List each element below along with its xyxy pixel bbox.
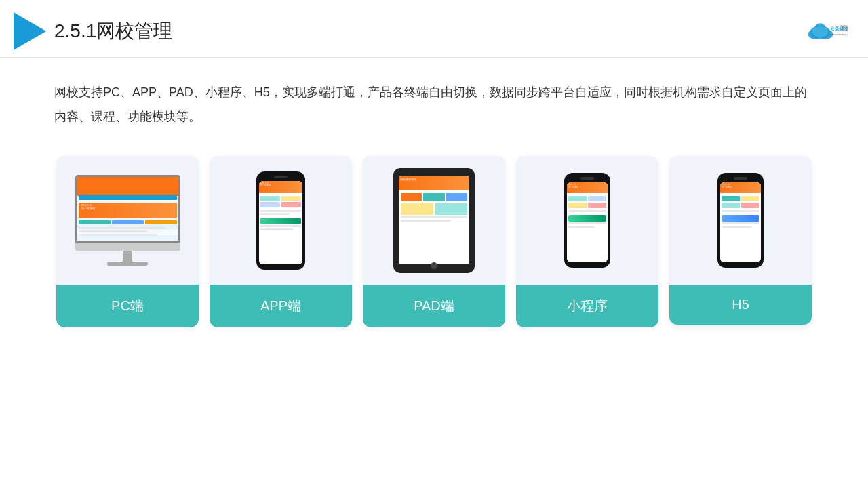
phone-screen-app: 职达人的第一堂课程 xyxy=(259,181,302,264)
logo-area: 云朵课堂 yunduoketang.com 教育机构一站 式服务云平台 xyxy=(804,20,848,43)
phone-screen-h5: 职达人的第一堂课程 xyxy=(720,182,761,262)
platform-cards: 职达人的第一堂课程 xyxy=(0,142,868,341)
phone-mockup-h5: 职达人的第一堂课程 xyxy=(717,173,764,268)
card-miniprogram-image: 职达人的第一堂课程 xyxy=(516,156,658,285)
svg-text:教育机构一站: 教育机构一站 xyxy=(840,24,848,27)
brand-logo: 云朵课堂 yunduoketang.com 教育机构一站 式服务云平台 xyxy=(804,20,848,43)
svg-text:yunduoketang.com: yunduoketang.com xyxy=(830,33,848,35)
svg-text:式服务云平台: 式服务云平台 xyxy=(840,28,848,31)
svg-point-4 xyxy=(812,26,828,37)
card-h5: 职达人的第一堂课程 xyxy=(669,156,812,327)
monitor-mockup: 职达人的第一堂课程 xyxy=(73,175,182,266)
card-pad-image: 网校课程管理 xyxy=(363,156,505,285)
tablet-screen: 网校课程管理 xyxy=(399,176,469,264)
tablet-mockup: 网校课程管理 xyxy=(393,168,475,273)
card-miniprogram-label: 小程序 xyxy=(516,285,658,327)
card-h5-label: H5 xyxy=(669,285,812,325)
play-icon xyxy=(14,12,46,50)
monitor-base xyxy=(107,262,148,266)
monitor-bezel xyxy=(75,243,180,251)
monitor-neck xyxy=(123,251,132,262)
card-app-image: 职达人的第一堂课程 xyxy=(210,156,352,285)
phone-mockup-app: 职达人的第一堂课程 xyxy=(256,171,305,270)
card-h5-image: 职达人的第一堂课程 xyxy=(669,156,812,285)
card-pc: 职达人的第一堂课程 xyxy=(56,156,199,327)
phone-screen-mini: 职达人的第一堂课程 xyxy=(567,182,608,262)
card-miniprogram: 职达人的第一堂课程 xyxy=(516,156,658,327)
card-pad: 网校课程管理 xyxy=(363,156,505,327)
header: 2.5.1网校管理 云朵课堂 yunduoketang.com 教育机构一站 式… xyxy=(0,0,868,58)
description-block: 网校支持PC、APP、PAD、小程序、H5，实现多端打通，产品各终端自由切换，数… xyxy=(0,58,868,142)
phone-mockup-mini: 职达人的第一堂课程 xyxy=(564,173,610,268)
card-app: 职达人的第一堂课程 xyxy=(210,156,352,327)
card-app-label: APP端 xyxy=(210,285,352,327)
card-pc-label: PC端 xyxy=(56,285,199,327)
description-text: 网校支持PC、APP、PAD、小程序、H5，实现多端打通，产品各终端自由切换，数… xyxy=(54,80,814,129)
page-title: 2.5.1网校管理 xyxy=(54,18,172,44)
card-pad-label: PAD端 xyxy=(363,285,505,327)
monitor-screen: 职达人的第一堂课程 xyxy=(75,175,180,243)
card-pc-image: 职达人的第一堂课程 xyxy=(56,156,199,285)
header-left: 2.5.1网校管理 xyxy=(14,12,172,50)
